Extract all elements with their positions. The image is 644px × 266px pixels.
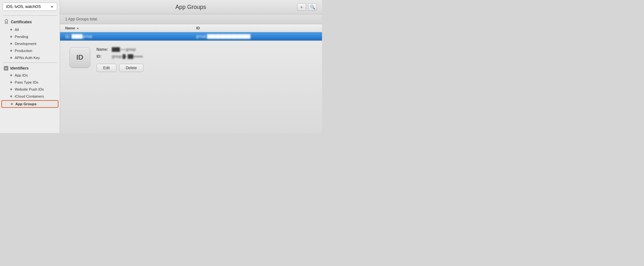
svg-point-0 xyxy=(5,19,8,22)
row-id-value: group.████████████████ xyxy=(196,34,250,39)
detail-name-row: Name: ███ ▪ ▪ group xyxy=(96,47,143,52)
search-button[interactable]: 🔍 xyxy=(308,3,317,11)
page-title: App Groups xyxy=(84,4,297,11)
bullet-icon xyxy=(10,29,12,31)
sidebar-item-label: App IDs xyxy=(15,73,28,77)
certificates-section-header: Certificates xyxy=(0,17,60,26)
identifiers-label: Identifiers xyxy=(10,66,28,70)
sidebar-item-development[interactable]: Development xyxy=(1,41,58,47)
search-icon: 🔍 xyxy=(310,4,315,10)
bullet-icon xyxy=(10,57,12,59)
detail-panel: ID Name: ███ ▪ ▪ group ID: group.█▪ ██▪▪… xyxy=(60,41,322,133)
identifier-icon: ID xyxy=(4,66,8,70)
sidebar-item-label: All xyxy=(15,28,19,32)
id-value: group.█▪ ██▪▪▪▪▪▪▪ xyxy=(112,54,143,59)
row-name-cell: ▪▪ ████group xyxy=(60,34,191,39)
summary-text: 1 App Groups total. xyxy=(65,17,98,21)
identifiers-section-header: ID Identifiers xyxy=(0,64,60,72)
certificates-label: Certificates xyxy=(11,20,32,24)
sidebar-item-label: Production xyxy=(15,49,32,53)
sidebar-item-all[interactable]: All xyxy=(1,26,58,33)
sidebar-item-label: Pass Type IDs xyxy=(15,80,38,84)
sidebar-divider-2 xyxy=(3,63,57,63)
detail-id-row: ID: group.█▪ ██▪▪▪▪▪▪▪ xyxy=(96,54,143,59)
sort-arrow-icon: ▲ xyxy=(76,26,79,30)
table-header: Name ▲ ID xyxy=(60,24,322,32)
bullet-icon xyxy=(10,50,12,52)
bullet-icon xyxy=(10,74,12,76)
bullet-icon xyxy=(10,88,12,90)
detail-buttons: Edit Delete xyxy=(96,64,143,72)
sidebar-item-label: Website Push IDs xyxy=(15,87,44,91)
sidebar-item-label: Development xyxy=(15,42,36,46)
sidebar-item-pass-type-ids[interactable]: Pass Type IDs xyxy=(1,79,58,85)
sidebar-item-production[interactable]: Production xyxy=(1,48,58,54)
sidebar-item-website-push-ids[interactable]: Website Push IDs xyxy=(1,86,58,92)
edit-button[interactable]: Edit xyxy=(96,64,117,72)
column-header-name: Name ▲ xyxy=(60,26,191,30)
platform-label: iOS, tvOS, watchOS xyxy=(6,4,41,9)
content-area: 1 App Groups total. Name ▲ ID ▪▪ ██ xyxy=(60,14,322,133)
group-row-icon: ▪▪ xyxy=(65,34,70,39)
id-label: ID: xyxy=(96,54,109,59)
summary-bar: 1 App Groups total. xyxy=(60,14,322,24)
bullet-icon xyxy=(10,36,12,38)
bullet-icon xyxy=(10,81,12,83)
certificate-icon xyxy=(4,19,9,25)
sidebar-item-app-ids[interactable]: App IDs xyxy=(1,72,58,78)
sidebar-item-app-groups[interactable]: App Groups xyxy=(1,100,58,108)
sidebar-item-apns-auth-key[interactable]: APNs Auth Key xyxy=(1,55,58,61)
detail-info: Name: ███ ▪ ▪ group ID: group.█▪ ██▪▪▪▪▪… xyxy=(96,47,143,72)
platform-dropdown[interactable]: iOS, tvOS, watchOS ▼ xyxy=(3,3,57,11)
sidebar-item-label: App Groups xyxy=(15,102,36,106)
name-value: ███ ▪ ▪ group xyxy=(112,47,136,52)
bullet-icon xyxy=(10,43,12,45)
row-name-value: ████group xyxy=(72,34,92,39)
main-header: App Groups + 🔍 xyxy=(60,0,322,14)
row-id-cell: group.████████████████ xyxy=(191,34,322,39)
add-button[interactable]: + xyxy=(297,3,306,11)
delete-button[interactable]: Delete xyxy=(119,64,144,72)
id-icon-box: ID xyxy=(70,47,90,68)
table-row[interactable]: ▪▪ ████group group.████████████████ xyxy=(60,32,322,41)
sidebar-item-label: Pending xyxy=(15,35,28,39)
name-label: Name: xyxy=(96,47,109,52)
sidebar-divider-1 xyxy=(3,15,57,16)
dropdown-arrow-icon: ▼ xyxy=(50,5,54,9)
add-icon: + xyxy=(300,4,303,10)
sidebar-item-label: APNs Auth Key xyxy=(15,56,40,60)
id-icon-text: ID xyxy=(76,53,83,62)
sidebar-item-pending[interactable]: Pending xyxy=(1,33,58,40)
main-content: App Groups + 🔍 1 App Groups total. N xyxy=(60,0,322,133)
column-header-id: ID xyxy=(191,26,322,30)
bullet-icon xyxy=(10,95,12,97)
sidebar: iOS, tvOS, watchOS ▼ Certificates All Pe… xyxy=(0,0,60,133)
sidebar-item-icloud-containers[interactable]: iCloud Containers xyxy=(1,93,58,100)
header-buttons: + 🔍 xyxy=(297,3,317,11)
table-container: Name ▲ ID ▪▪ ████group group.███████████… xyxy=(60,24,322,41)
sidebar-item-label: iCloud Containers xyxy=(15,94,44,98)
bullet-icon xyxy=(11,103,13,105)
